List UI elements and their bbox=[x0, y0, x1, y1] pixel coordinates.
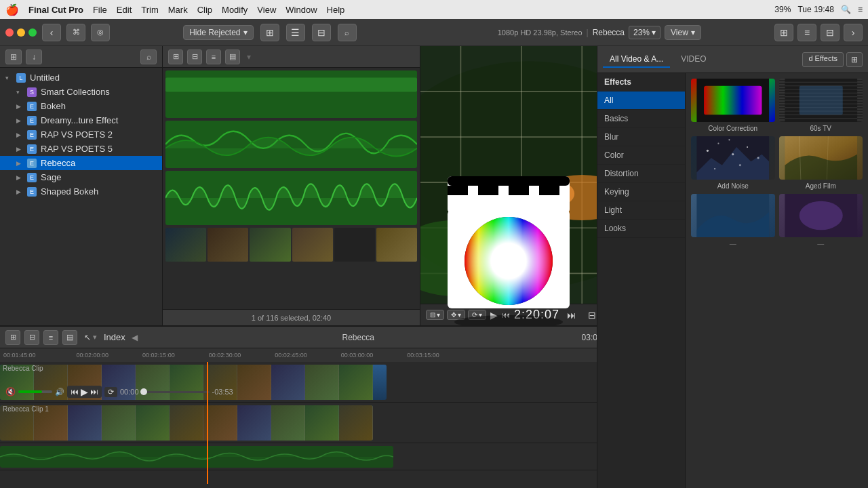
aspect-ratio-btn[interactable]: ⊟▾ bbox=[426, 310, 444, 320]
minimize-window-btn[interactable] bbox=[17, 28, 25, 37]
effects-toolbar-right: d Effects ⊞ bbox=[802, 52, 863, 67]
search-icon[interactable]: 🔍 bbox=[841, 5, 851, 14]
ruler-mark-7: 00:03:15:00 bbox=[407, 352, 439, 359]
timeline-layout-1-btn[interactable]: ⊞ bbox=[5, 330, 20, 345]
sidebar-item-sage[interactable]: ▶ E Sage bbox=[0, 170, 162, 184]
sidebar-search-btn[interactable]: ⌕ bbox=[140, 49, 157, 64]
clip-item-1[interactable] bbox=[165, 70, 417, 118]
new-library-btn[interactable]: ⊞ bbox=[5, 49, 22, 64]
sidebar-item-rap2[interactable]: ▶ E RAP VS POETS 2 bbox=[0, 127, 162, 142]
rewind-small-btn[interactable]: ⏮ bbox=[71, 387, 79, 396]
volume-slider[interactable] bbox=[18, 390, 52, 393]
svg-point-14 bbox=[544, 182, 574, 205]
rebecca-arrow: ▶ bbox=[16, 160, 23, 167]
menu-window[interactable]: Window bbox=[285, 5, 317, 15]
apple-logo-icon[interactable]: 🍎 bbox=[5, 3, 19, 16]
maximize-window-btn[interactable] bbox=[28, 28, 37, 37]
effects-all-tab[interactable]: All Video & A... bbox=[603, 52, 670, 68]
close-window-btn[interactable] bbox=[5, 28, 14, 37]
tool-selector[interactable]: ↖ ▾ bbox=[84, 333, 97, 342]
sidebar-item-rap5[interactable]: ▶ E RAP VS POETS 5 bbox=[0, 142, 162, 156]
sage-icon: E bbox=[27, 173, 37, 182]
more-options-btn[interactable]: › bbox=[844, 24, 863, 41]
effect-add-noise[interactable]: Add Noise bbox=[691, 136, 775, 190]
timeline-layout-2-btn[interactable]: ⊟ bbox=[24, 330, 39, 345]
menu-mark[interactable]: Mark bbox=[168, 5, 188, 15]
effect-aged-film[interactable]: Aged Film bbox=[779, 136, 863, 190]
inspector-toggle-btn[interactable]: ⊞ bbox=[774, 24, 793, 41]
browser-sort-btn[interactable]: ≡ bbox=[206, 49, 221, 64]
category-basics[interactable]: Basics bbox=[597, 110, 685, 128]
menu-trim[interactable]: Trim bbox=[141, 5, 159, 15]
sidebar-item-rebecca[interactable]: ▶ E Rebecca bbox=[0, 156, 162, 170]
effect-6[interactable]: — bbox=[779, 194, 863, 247]
menu-edit[interactable]: Edit bbox=[117, 5, 132, 15]
category-keying[interactable]: Keying bbox=[597, 183, 685, 201]
playback-settings-btn[interactable]: ⟳▾ bbox=[468, 310, 486, 320]
import-btn[interactable]: ↓ bbox=[26, 49, 42, 64]
clip-item-3[interactable] bbox=[165, 171, 417, 225]
category-light[interactable]: Light bbox=[597, 201, 685, 220]
effects-grid-view-btn[interactable]: ⊞ bbox=[846, 52, 863, 67]
search-browser-btn[interactable]: ⌕ bbox=[338, 24, 357, 41]
volume-icon: 🔊 bbox=[55, 388, 64, 396]
sidebar-item-bokeh[interactable]: ▶ E Bokeh bbox=[0, 99, 162, 113]
category-blur[interactable]: Blur bbox=[597, 128, 685, 146]
key-icon[interactable]: ⌘ bbox=[66, 24, 85, 41]
effect-5[interactable]: — bbox=[691, 194, 775, 247]
library-root[interactable]: ▾ L Untitled bbox=[0, 70, 162, 85]
timer-icon[interactable]: ◎ bbox=[91, 24, 110, 41]
menu-modify[interactable]: Modify bbox=[222, 5, 248, 15]
fast-forward-btn[interactable]: ⏭ bbox=[564, 307, 580, 323]
sidebar-item-dreamy[interactable]: ▶ E Dreamy...ture Effect bbox=[0, 113, 162, 127]
smart-collections-arrow: ▾ bbox=[16, 89, 23, 96]
browser-panel: ⊞ ⊟ ≡ ▤ ▾ bbox=[163, 46, 420, 325]
browser-layout-btn[interactable]: ⊞ bbox=[168, 49, 183, 64]
rewind-btn[interactable]: ⏮ bbox=[502, 307, 510, 323]
effects-preset-btn[interactable]: d Effects bbox=[802, 52, 844, 67]
menu-extras-icon[interactable]: ≡ bbox=[858, 5, 863, 14]
menu-app-name[interactable]: Final Cut Pro bbox=[28, 5, 83, 15]
toolbar-center: Hide Rejected ▾ ⊞ ☰ ⊟ ⌕ bbox=[183, 24, 356, 41]
zoom-control[interactable]: 23% ▾ bbox=[629, 26, 660, 39]
shaped-bokeh-arrow: ▶ bbox=[16, 188, 23, 195]
video-clip-2[interactable] bbox=[0, 405, 373, 441]
menu-file[interactable]: File bbox=[93, 5, 107, 15]
clip-item-2[interactable] bbox=[165, 121, 417, 168]
category-looks[interactable]: Looks bbox=[597, 220, 685, 238]
hide-rejected-btn[interactable]: Hide Rejected ▾ bbox=[183, 25, 253, 40]
effect-color-correction[interactable]: Color Correction bbox=[691, 79, 775, 132]
back-btn[interactable]: ‹ bbox=[42, 24, 61, 41]
effects-toggle-btn[interactable]: ≡ bbox=[797, 24, 816, 41]
loop-btn[interactable]: ⟳ bbox=[104, 387, 117, 397]
sidebar-item-shaped-bokeh[interactable]: ▶ E Shaped Bokeh bbox=[0, 184, 162, 199]
timeline-layout-4-btn[interactable]: ▤ bbox=[62, 330, 77, 345]
timeline-layout-3-btn[interactable]: ≡ bbox=[43, 330, 58, 345]
transform-btn[interactable]: ✥▾ bbox=[447, 310, 465, 320]
view-options-btn[interactable]: View ▾ bbox=[665, 25, 701, 40]
mute-btn[interactable]: 🔇 bbox=[5, 387, 16, 396]
view-mode-list-btn[interactable]: ☰ bbox=[286, 24, 305, 41]
smart-collections-item[interactable]: ▾ S Smart Collections bbox=[0, 85, 162, 99]
play-btn[interactable]: ▶ bbox=[81, 386, 88, 397]
browser-group-btn[interactable]: ▤ bbox=[225, 49, 240, 64]
effect-60stv[interactable]: 60s TV bbox=[779, 79, 863, 132]
index-label[interactable]: Index bbox=[104, 332, 125, 342]
menu-clip[interactable]: Clip bbox=[197, 5, 212, 15]
clip-thumbnails-row[interactable] bbox=[165, 228, 417, 262]
menu-view[interactable]: View bbox=[257, 5, 276, 15]
fforward-small-btn[interactable]: ⏭ bbox=[90, 387, 98, 396]
menu-help[interactable]: Help bbox=[327, 5, 345, 15]
layout-btn[interactable]: ⊟ bbox=[821, 24, 840, 41]
category-all[interactable]: All bbox=[597, 92, 685, 110]
audio-clip-1[interactable] bbox=[0, 446, 393, 468]
category-color[interactable]: Color bbox=[597, 146, 685, 165]
play-pause-btn[interactable]: ▶ bbox=[490, 307, 498, 323]
filter-btn[interactable]: ⊟ bbox=[312, 24, 331, 41]
category-distortion[interactable]: Distortion bbox=[597, 165, 685, 183]
playback-progress[interactable] bbox=[142, 391, 210, 393]
timeline-prev-btn[interactable]: ◀ bbox=[130, 330, 140, 345]
view-mode-grid-btn[interactable]: ⊞ bbox=[260, 24, 279, 41]
browser-list-btn[interactable]: ⊟ bbox=[187, 49, 202, 64]
effects-video-tab[interactable]: VIDEO bbox=[674, 52, 713, 68]
